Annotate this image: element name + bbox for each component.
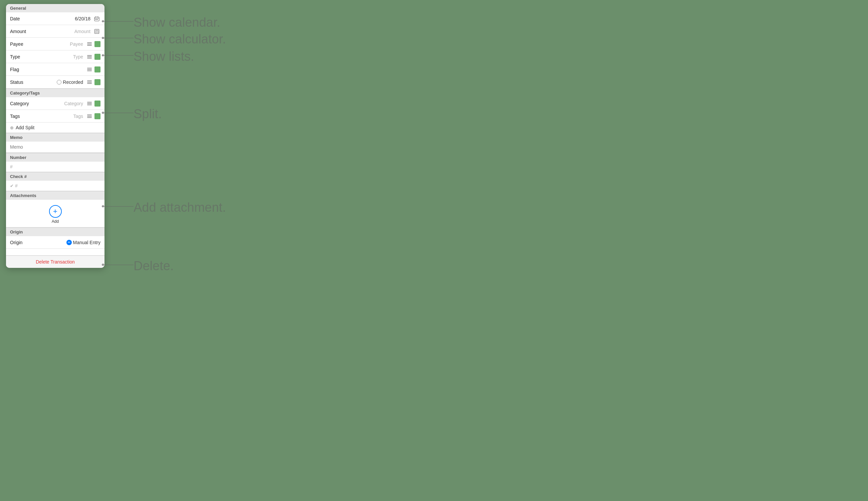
- svg-rect-13: [98, 32, 98, 33]
- annotation-dot-attachment: [102, 205, 104, 207]
- tags-color-square: [95, 113, 100, 119]
- svg-rect-10: [98, 31, 98, 32]
- hamburger-lines-icon: [87, 42, 92, 46]
- date-row: Date 6/20/18: [6, 12, 105, 25]
- tags-list-icon[interactable]: [86, 113, 93, 120]
- type-placeholder[interactable]: Type: [73, 54, 85, 60]
- tags-label: Tags: [10, 114, 33, 119]
- date-label: Date: [10, 16, 33, 21]
- annotation-calendar: Show calendar.: [133, 15, 220, 30]
- type-label: Type: [10, 54, 33, 60]
- category-placeholder[interactable]: Category: [64, 101, 85, 106]
- svg-rect-12: [97, 32, 97, 33]
- memo-input[interactable]: [6, 142, 105, 153]
- type-color-square: [95, 54, 100, 60]
- add-attachment-button[interactable]: + Add: [6, 200, 105, 227]
- calendar-icon: [94, 16, 99, 21]
- annotation-dot-calculator: [102, 37, 104, 39]
- payee-list-icon[interactable]: [86, 40, 93, 48]
- type-list-icon[interactable]: [86, 53, 93, 61]
- spacer-row: [6, 249, 105, 256]
- annotation-line-lists: [102, 55, 133, 56]
- number-placeholder[interactable]: #: [10, 164, 13, 169]
- add-attachment-label: Add: [52, 219, 59, 224]
- annotation-dot-calendar: [102, 20, 104, 22]
- status-value: Recorded: [63, 79, 85, 85]
- svg-rect-9: [97, 31, 97, 32]
- memo-row[interactable]: [6, 142, 105, 153]
- section-number: Number: [6, 153, 105, 162]
- split-icon: ⊕: [10, 125, 14, 130]
- origin-value-text: Manual Entry: [73, 240, 100, 245]
- origin-label: Origin: [10, 240, 33, 245]
- hamburger-lines-icon-2: [87, 55, 92, 58]
- section-check: Check #: [6, 172, 105, 181]
- calendar-icon-btn[interactable]: [93, 15, 100, 22]
- annotation-delete: Delete.: [133, 259, 174, 273]
- flag-label: Flag: [10, 67, 33, 72]
- type-row: Type Type: [6, 51, 105, 63]
- annotation-line-calendar: [102, 21, 133, 22]
- category-row: Category Category: [6, 97, 105, 110]
- transaction-panel: General Date 6/20/18 Amount Amount: [6, 4, 105, 268]
- svg-rect-0: [95, 17, 99, 21]
- svg-rect-11: [96, 32, 96, 33]
- svg-rect-4: [96, 19, 97, 20]
- origin-value-container: ✏ Manual Entry: [66, 240, 100, 245]
- add-split-label: Add Split: [16, 125, 34, 130]
- category-list-icon[interactable]: [86, 100, 93, 107]
- flag-list-icon[interactable]: [86, 66, 93, 73]
- payee-row: Payee Payee: [6, 38, 105, 51]
- section-origin: Origin: [6, 227, 105, 236]
- status-radio[interactable]: [57, 80, 62, 85]
- amount-label: Amount: [10, 29, 33, 34]
- tags-placeholder[interactable]: Tags: [73, 114, 85, 119]
- check-row: ✔ #: [6, 181, 105, 191]
- hamburger-lines-icon-6: [87, 115, 92, 118]
- checkmark-icon: ✔: [10, 183, 14, 188]
- category-label: Category: [10, 101, 33, 106]
- annotation-dot-split: [102, 111, 104, 114]
- annotation-calculator: Show calculator.: [133, 32, 226, 46]
- annotation-line-calculator: [102, 38, 133, 39]
- annotation-dot-delete: [102, 264, 104, 266]
- amount-placeholder[interactable]: Amount: [74, 29, 92, 34]
- payee-color-square: [95, 41, 100, 47]
- flag-row: Flag: [6, 63, 105, 76]
- flag-color-square: [95, 66, 100, 73]
- hamburger-lines-icon-4: [87, 81, 92, 84]
- origin-manual-icon: ✏: [66, 240, 72, 245]
- section-general: General: [6, 4, 105, 12]
- date-value: 6/20/18: [75, 16, 92, 21]
- status-list-icon[interactable]: [86, 78, 93, 86]
- annotation-line-split: [102, 113, 133, 113]
- hamburger-lines-icon-5: [87, 102, 92, 105]
- annotation-line-delete: [102, 265, 133, 265]
- plus-icon: +: [49, 205, 62, 218]
- origin-row: Origin ✏ Manual Entry: [6, 236, 105, 249]
- section-attachments: Attachments: [6, 191, 105, 200]
- tags-row: Tags Tags: [6, 110, 105, 122]
- number-row: #: [6, 162, 105, 172]
- svg-rect-8: [96, 31, 96, 32]
- delete-transaction-button[interactable]: Delete Transaction: [6, 256, 105, 268]
- section-category-tags: Category/Tags: [6, 88, 105, 97]
- hamburger-lines-icon-3: [87, 68, 92, 71]
- calculator-icon-btn[interactable]: [93, 28, 100, 35]
- section-memo: Memo: [6, 133, 105, 142]
- annotation-split: Split.: [133, 107, 162, 121]
- status-label: Status: [10, 79, 33, 85]
- annotation-line-attachment: [102, 206, 133, 207]
- check-placeholder[interactable]: #: [15, 183, 18, 188]
- payee-label: Payee: [10, 41, 33, 47]
- annotation-lists: Show lists.: [133, 50, 194, 64]
- payee-placeholder[interactable]: Payee: [70, 41, 85, 47]
- svg-rect-7: [96, 30, 98, 31]
- amount-row: Amount Amount: [6, 25, 105, 38]
- status-row: Status Recorded: [6, 76, 105, 88]
- status-color-square: [95, 79, 100, 85]
- annotation-attachment: Add attachment.: [133, 200, 226, 215]
- svg-rect-5: [97, 19, 98, 20]
- add-split-row[interactable]: ⊕ Add Split: [6, 122, 105, 133]
- category-color-square: [95, 100, 100, 107]
